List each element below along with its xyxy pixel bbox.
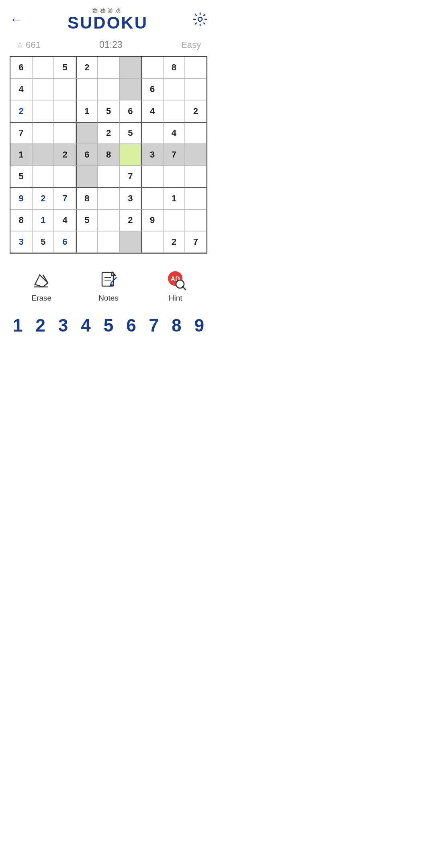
grid-cell[interactable]: 8 xyxy=(163,57,185,78)
grid-cell[interactable]: 6 xyxy=(76,144,98,166)
number-button-9[interactable]: 9 xyxy=(189,315,210,336)
grid-cell[interactable]: 2 xyxy=(76,57,98,78)
grid-cell[interactable] xyxy=(163,100,185,122)
grid-cell[interactable] xyxy=(32,166,54,187)
grid-cell[interactable]: 5 xyxy=(54,57,76,78)
grid-cell[interactable] xyxy=(98,57,119,78)
grid-cell[interactable] xyxy=(185,57,207,78)
grid-cell[interactable]: 5 xyxy=(32,231,54,253)
grid-cell[interactable]: 2 xyxy=(185,100,207,122)
grid-cell[interactable]: 4 xyxy=(10,78,32,100)
number-button-4[interactable]: 4 xyxy=(76,315,96,336)
grid-cell[interactable]: 5 xyxy=(76,209,98,231)
grid-cell[interactable] xyxy=(185,187,207,209)
grid-cell[interactable]: 5 xyxy=(10,166,32,187)
grid-cell[interactable] xyxy=(54,100,76,122)
grid-cell[interactable]: 3 xyxy=(119,187,141,209)
grid-cell[interactable]: 9 xyxy=(10,187,32,209)
grid-cell[interactable] xyxy=(141,166,163,187)
hint-button[interactable]: AD Hint xyxy=(160,269,192,303)
grid-cell[interactable]: 7 xyxy=(185,231,207,253)
grid-cell[interactable]: 3 xyxy=(10,231,32,253)
number-button-1[interactable]: 1 xyxy=(7,315,28,336)
grid-cell[interactable]: 4 xyxy=(54,209,76,231)
grid-cell[interactable] xyxy=(32,144,54,166)
grid-cell[interactable] xyxy=(185,78,207,100)
grid-cell[interactable] xyxy=(98,231,119,253)
grid-cell[interactable]: 5 xyxy=(98,100,119,122)
grid-cell[interactable]: 1 xyxy=(163,187,185,209)
grid-cell[interactable]: 6 xyxy=(141,78,163,100)
sudoku-grid[interactable]: 6528462156427254126837579278318145293562… xyxy=(10,57,207,253)
grid-cell[interactable]: 1 xyxy=(32,209,54,231)
grid-cell[interactable] xyxy=(76,166,98,187)
grid-cell[interactable] xyxy=(119,57,141,78)
grid-cell[interactable]: 8 xyxy=(76,187,98,209)
grid-cell[interactable]: 4 xyxy=(163,122,185,144)
erase-button[interactable]: Erase xyxy=(25,269,57,303)
grid-cell[interactable] xyxy=(54,78,76,100)
star-icon: ☆ xyxy=(16,40,24,50)
grid-cell[interactable] xyxy=(185,166,207,187)
grid-cell[interactable] xyxy=(185,144,207,166)
grid-cell[interactable] xyxy=(163,209,185,231)
grid-cell[interactable]: 7 xyxy=(54,187,76,209)
grid-cell[interactable]: 1 xyxy=(76,100,98,122)
number-button-5[interactable]: 5 xyxy=(98,315,119,336)
grid-cell[interactable] xyxy=(185,122,207,144)
grid-cell[interactable]: 5 xyxy=(119,122,141,144)
svg-marker-1 xyxy=(35,275,48,287)
grid-cell[interactable] xyxy=(76,231,98,253)
grid-cell[interactable]: 8 xyxy=(10,209,32,231)
grid-cell[interactable] xyxy=(98,209,119,231)
grid-cell[interactable]: 7 xyxy=(119,166,141,187)
grid-cell[interactable] xyxy=(119,78,141,100)
grid-cell[interactable] xyxy=(119,144,141,166)
grid-cell[interactable]: 7 xyxy=(10,122,32,144)
grid-cell[interactable]: 6 xyxy=(54,231,76,253)
grid-cell[interactable] xyxy=(119,231,141,253)
grid-cell[interactable] xyxy=(32,57,54,78)
grid-cell[interactable] xyxy=(76,122,98,144)
back-button[interactable]: ← xyxy=(10,12,23,27)
grid-cell[interactable] xyxy=(32,122,54,144)
number-button-2[interactable]: 2 xyxy=(30,315,51,336)
grid-cell[interactable]: 7 xyxy=(163,144,185,166)
app-logo: 数独游戏 SUDOKU xyxy=(68,7,148,31)
grid-cell[interactable]: 6 xyxy=(119,100,141,122)
grid-cell[interactable] xyxy=(141,231,163,253)
grid-cell[interactable] xyxy=(98,166,119,187)
grid-cell[interactable]: 2 xyxy=(163,231,185,253)
number-button-6[interactable]: 6 xyxy=(121,315,141,336)
number-button-8[interactable]: 8 xyxy=(166,315,187,336)
number-button-3[interactable]: 3 xyxy=(53,315,74,336)
grid-cell[interactable] xyxy=(32,78,54,100)
grid-cell[interactable] xyxy=(76,78,98,100)
grid-cell[interactable] xyxy=(141,187,163,209)
grid-cell[interactable] xyxy=(98,78,119,100)
grid-cell[interactable] xyxy=(32,100,54,122)
grid-cell[interactable]: 2 xyxy=(98,122,119,144)
grid-cell[interactable] xyxy=(54,166,76,187)
difficulty-display: Easy xyxy=(181,40,201,50)
grid-cell[interactable]: 4 xyxy=(141,100,163,122)
number-button-7[interactable]: 7 xyxy=(143,315,164,336)
grid-cell[interactable]: 6 xyxy=(10,57,32,78)
grid-cell[interactable]: 2 xyxy=(119,209,141,231)
notes-button[interactable]: Notes xyxy=(92,269,125,303)
grid-cell[interactable] xyxy=(163,166,185,187)
grid-cell[interactable]: 2 xyxy=(10,100,32,122)
grid-cell[interactable] xyxy=(185,209,207,231)
grid-cell[interactable]: 2 xyxy=(32,187,54,209)
grid-cell[interactable] xyxy=(141,122,163,144)
grid-cell[interactable]: 1 xyxy=(10,144,32,166)
settings-button[interactable] xyxy=(193,12,207,27)
grid-cell[interactable] xyxy=(141,57,163,78)
grid-cell[interactable]: 2 xyxy=(54,144,76,166)
grid-cell[interactable]: 3 xyxy=(141,144,163,166)
grid-cell[interactable]: 9 xyxy=(141,209,163,231)
grid-cell[interactable] xyxy=(163,78,185,100)
grid-cell[interactable] xyxy=(54,122,76,144)
grid-cell[interactable] xyxy=(98,187,119,209)
grid-cell[interactable]: 8 xyxy=(98,144,119,166)
